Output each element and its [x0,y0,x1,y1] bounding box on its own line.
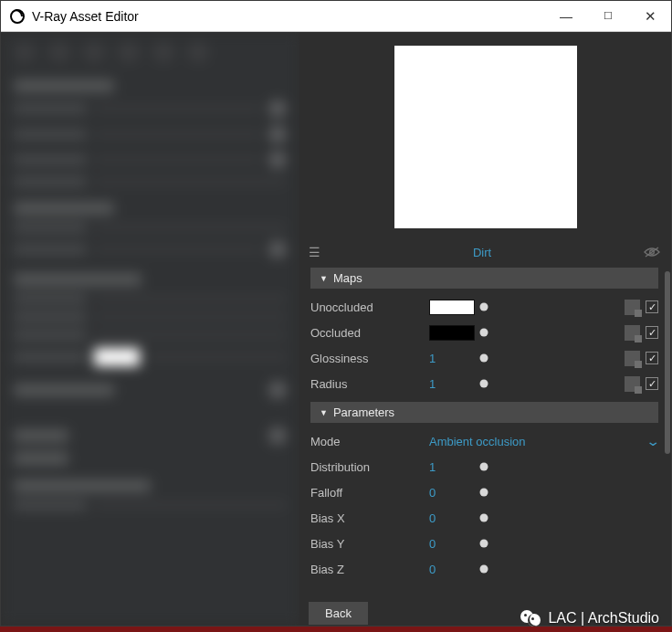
label-biasz: Bias Z [310,563,429,576]
properties-scroll: ▼ Maps Unoccluded ✓ Occluded [299,262,671,600]
app-window: V-Ray Asset Editor — ☐ ✕ [0,0,672,627]
material-header: ☰ Dirt [299,242,671,262]
watermark: LAC | ArchStudio [520,608,659,628]
scrollbar-thumb[interactable] [665,271,670,454]
section-maps[interactable]: ▼ Maps [310,268,658,289]
check-glossiness[interactable]: ✓ [646,352,658,364]
watermark-text: LAC | ArchStudio [548,610,659,627]
check-occluded[interactable]: ✓ [646,326,658,339]
label-distribution: Distribution [310,460,429,474]
section-maps-label: Maps [333,271,362,285]
label-biasx: Bias X [310,511,429,525]
section-parameters-label: Parameters [333,406,394,419]
section-parameters[interactable]: ▼ Parameters [310,402,658,423]
row-biasy: Bias Y 0 [310,531,658,556]
row-distribution: Distribution 1 [310,454,658,479]
window-body: ☰ Dirt ▼ Maps Unoccluded [1,32,671,626]
row-biasz: Bias Z 0 [310,556,658,582]
check-radius[interactable]: ✓ [646,377,658,390]
preview-area [299,32,671,242]
titlebar: V-Ray Asset Editor — ☐ ✕ [1,1,671,32]
visibility-icon[interactable] [644,245,660,260]
window-controls: — ☐ ✕ [545,1,671,31]
right-pane: ☰ Dirt ▼ Maps Unoccluded [299,32,671,626]
label-occluded: Occluded [310,326,429,340]
map-button-glossiness[interactable] [625,351,640,366]
swatch-unoccluded[interactable] [429,300,475,315]
row-unoccluded: Unoccluded ✓ [310,294,658,320]
value-mode: Ambient occlusion [429,435,647,448]
vray-app-icon [10,9,25,24]
value-distribution[interactable]: 1 [429,460,436,474]
collapse-icon: ▼ [320,408,328,417]
map-button-radius[interactable] [625,376,640,392]
close-button[interactable]: ✕ [629,1,671,31]
left-pane-blurred [1,32,299,626]
label-falloff: Falloff [310,486,429,500]
material-preview[interactable] [394,46,577,228]
label-radius: Radius [310,377,429,391]
value-radius[interactable]: 1 [429,377,436,391]
swatch-occluded[interactable] [429,325,475,341]
label-unoccluded: Unoccluded [310,300,429,314]
map-button-occluded[interactable] [625,325,640,341]
label-biasy: Bias Y [310,537,429,551]
maximize-button[interactable]: ☐ [587,1,629,31]
value-biasx[interactable]: 0 [429,511,436,525]
value-falloff[interactable]: 0 [429,486,436,500]
window-title: V-Ray Asset Editor [32,9,545,24]
chevron-down-icon: ⌄ [646,434,661,448]
row-falloff: Falloff 0 [310,479,658,505]
value-glossiness[interactable]: 1 [429,352,436,365]
row-glossiness: Glossiness 1 ✓ [310,345,658,371]
map-button-unoccluded[interactable] [625,300,640,315]
value-biasy[interactable]: 0 [429,537,436,551]
row-biasx: Bias X 0 [310,505,658,531]
collapse-icon: ▼ [320,274,328,283]
row-mode[interactable]: Mode Ambient occlusion ⌄ [310,428,658,454]
label-mode: Mode [310,435,429,448]
check-unoccluded[interactable]: ✓ [646,300,658,313]
minimize-button[interactable]: — [545,1,587,31]
row-occluded: Occluded ✓ [310,320,658,345]
row-radius: Radius 1 ✓ [310,371,658,396]
value-biasz[interactable]: 0 [429,563,436,576]
back-button[interactable]: Back [309,602,368,625]
label-glossiness: Glossiness [310,352,429,365]
wechat-icon [520,608,541,628]
material-name[interactable]: Dirt [320,246,644,259]
list-icon[interactable]: ☰ [309,245,320,259]
